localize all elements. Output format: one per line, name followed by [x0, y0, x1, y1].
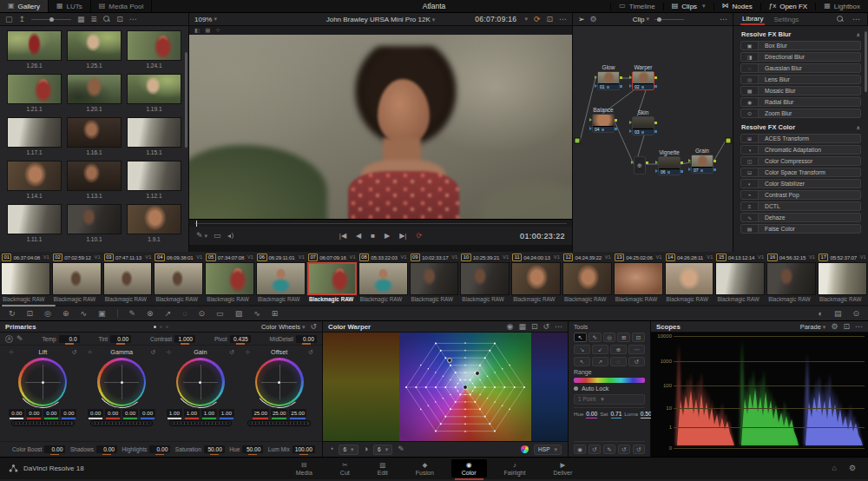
tab-library[interactable]: Library [740, 13, 765, 25]
top-tab-luts[interactable]: ▦LUTs [49, 0, 91, 12]
viewer-zoom-dropdown[interactable]: 109%▾ [194, 16, 217, 23]
node-input-pin[interactable] [589, 118, 592, 122]
rect-window-icon[interactable]: ▭ [216, 310, 224, 318]
export-still-icon[interactable]: ↥ [19, 16, 26, 23]
sat-steps-dropdown[interactable]: 6▾ [373, 445, 392, 455]
node-output-pin[interactable] [654, 76, 657, 79]
node-mixer[interactable]: ⊕ [634, 156, 646, 175]
wheels-mode-dropdown[interactable]: Color Wheels▾ [261, 323, 306, 331]
node-input-pin[interactable] [629, 76, 632, 79]
timeline-clip[interactable]: 0207:02:59:12V1Blackmagic RAW [51, 252, 102, 305]
viewer-expand-icon[interactable]: ⊡ [546, 16, 553, 23]
timeline-clip[interactable]: 1604:56:32:15V1Blackmagic RAW [766, 252, 817, 305]
node-warper[interactable]: Warper02 [632, 71, 654, 90]
wheel-value[interactable]: 0.00 [9, 409, 24, 417]
library-section-header[interactable]: Resolve FX Color∧ [740, 120, 861, 134]
param-value[interactable]: 50.00 [204, 445, 225, 453]
gallery-still[interactable]: 1.26.1 [7, 30, 62, 70]
tool-button[interactable]: ◌ [610, 357, 627, 366]
timeline-clip[interactable]: 0805:33:22:03V1Blackmagic RAW [358, 252, 409, 305]
gallery-still[interactable]: 1.16.1 [67, 117, 122, 157]
node-key-out-pin[interactable] [713, 168, 716, 171]
highlight-icon[interactable]: ⊹ [215, 28, 220, 34]
tool-footer-button[interactable]: ✎ [603, 445, 615, 454]
node-output-pin[interactable] [620, 76, 622, 79]
node-vignette[interactable]: Vignette06 [658, 156, 681, 175]
page-tab-media[interactable]: ⊟Media [286, 459, 323, 478]
node-input-pin[interactable] [688, 159, 691, 162]
tool-param-value[interactable]: 0.71 [611, 411, 622, 417]
warper-pen-icon[interactable]: ✎ [398, 445, 404, 453]
node-input-pin[interactable] [655, 161, 658, 164]
wheel-value[interactable]: 1.00 [219, 409, 234, 417]
audio-mute-icon[interactable] [227, 233, 235, 240]
page-tab-color[interactable]: ◉Color [451, 459, 487, 478]
tool-button[interactable]: ⊕ [610, 345, 627, 354]
clip-thumbnail[interactable] [818, 262, 867, 295]
node-key-out-pin[interactable] [654, 85, 657, 88]
library-item[interactable]: ◫Color Compressor [740, 156, 861, 166]
auto-lock-toggle[interactable]: Auto Lock [574, 385, 645, 392]
gallery-still[interactable]: 1.25.1 [67, 30, 122, 70]
tool-footer-button[interactable]: ↺ [618, 445, 630, 454]
page-tab-fusion[interactable]: ◆Fusion [405, 459, 444, 478]
node-key-pin[interactable] [629, 129, 632, 133]
gallery-still[interactable]: 1.20.1 [67, 74, 122, 114]
node-input-pin[interactable] [595, 76, 597, 79]
patch-icon[interactable]: ▣ [98, 310, 106, 318]
gallery-still[interactable]: 1.14.1 [7, 161, 62, 201]
library-item[interactable]: ◎Lens Blur [740, 75, 861, 84]
clip-thumbnail[interactable] [766, 262, 816, 295]
top-tab-timeline[interactable]: ▭Timeline [610, 3, 663, 10]
wheel-value[interactable]: 0.00 [105, 409, 121, 417]
timeline-clip[interactable]: 0606:29:11:01V1Blackmagic RAW [255, 252, 306, 305]
radial-window-icon[interactable]: ⊙ [199, 310, 206, 318]
clip-thumbnail[interactable] [256, 262, 306, 295]
clip-thumbnail[interactable] [460, 262, 510, 295]
wheel-value[interactable]: 0.00 [88, 409, 103, 417]
clip-thumbnail[interactable] [511, 262, 561, 295]
timeline-clip[interactable]: 0406:09:38:01V1Blackmagic RAW [153, 252, 204, 305]
gallery-still[interactable]: 1.21.1 [7, 74, 62, 114]
clip-thumbnail[interactable] [562, 262, 612, 295]
timeline-clip[interactable]: 1104:24:00:13V1Blackmagic RAW [510, 252, 562, 305]
timeline-clip[interactable]: 0307:47:11:13V1Blackmagic RAW [102, 252, 154, 305]
home-icon[interactable]: ⌂ [832, 465, 836, 472]
timeline-clip[interactable]: 1010:25:39:21V1Blackmagic RAW [459, 252, 510, 305]
color-wheel[interactable] [176, 358, 225, 406]
color-wheel[interactable] [18, 358, 67, 406]
tool-footer-button[interactable]: ◉ [574, 445, 586, 454]
blur-tool-icon[interactable]: ⊗ [147, 310, 154, 318]
clip-thumbnail[interactable] [307, 262, 357, 295]
gradient-window-icon[interactable]: ▨ [235, 310, 243, 318]
timeline-clip[interactable]: 0706:07:09:16V1Blackmagic RAW [306, 252, 358, 305]
circle-window-icon[interactable]: ◌ [182, 310, 187, 318]
gallery-still[interactable]: 1.11.1 [7, 204, 62, 244]
tool-button[interactable]: ↺ [628, 357, 645, 366]
node-graph[interactable]: Glow01Warper02Balance04Skin03Vignette06G… [573, 26, 733, 252]
library-item[interactable]: ◑Chromatic Adaptation [740, 145, 861, 155]
split-screen-icon[interactable]: ▦ [205, 28, 210, 34]
gallery-still[interactable]: 1.24.1 [127, 30, 181, 70]
clip-thumbnail[interactable] [52, 262, 102, 295]
gallery-still[interactable]: 1.9.1 [127, 204, 181, 244]
project-settings-icon[interactable]: ⚙ [849, 465, 856, 472]
library-scrollbar[interactable] [865, 31, 867, 92]
node-key-pin[interactable] [629, 84, 632, 88]
tracker-icon[interactable]: ↻ [9, 310, 16, 318]
node-key-out-pin[interactable] [620, 85, 622, 88]
node-key-pin[interactable] [655, 169, 658, 173]
timeline-clip[interactable]: 1504:13:12:14V1Blackmagic RAW [714, 252, 766, 305]
magic-mask-icon[interactable]: ⊕ [62, 310, 69, 318]
library-item[interactable]: ⊡Color Space Transform [740, 168, 861, 177]
timeline-clip[interactable]: 0106:37:04:08V1Blackmagic RAW [0, 252, 51, 305]
top-tab-clips[interactable]: ▤Clips▾ [663, 3, 713, 10]
hue-steps-dropdown[interactable]: 6▾ [339, 445, 358, 455]
warper-expand-icon[interactable]: ⊡ [531, 323, 538, 331]
scope-mode-dropdown[interactable]: Parade▾ [800, 323, 826, 331]
timeline-clip[interactable]: 1705:52:37:07V1Blackmagic RAW [817, 252, 868, 305]
library-item[interactable]: ◓Contrast Pop [740, 190, 861, 200]
wheel-value[interactable]: 1.00 [167, 409, 182, 417]
node-key-pin[interactable] [688, 168, 691, 171]
search-icon[interactable] [103, 16, 110, 23]
